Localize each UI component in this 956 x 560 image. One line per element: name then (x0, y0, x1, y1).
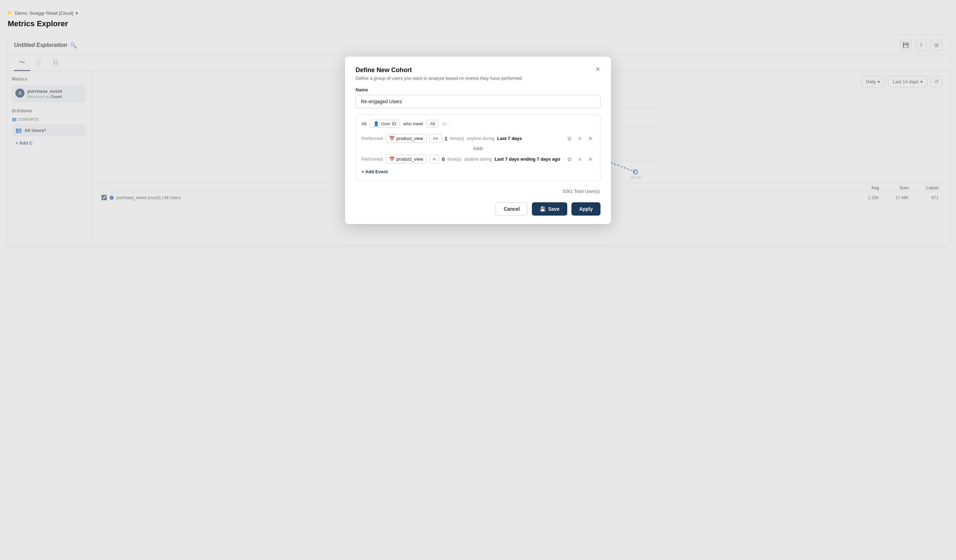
modal-subtitle: Define a group of users you want to anal… (355, 76, 601, 81)
and-divider: AND (362, 145, 594, 153)
who-meet-text: who meet (404, 121, 423, 126)
count-val-1: 1 (445, 136, 448, 142)
modal-footer: Cancel 💾 Save Apply (355, 202, 601, 216)
total-users-row: 5261 Total User(s) (355, 186, 601, 195)
remove-event-2-button[interactable]: ✕ (586, 155, 594, 164)
copy-event-2-button[interactable]: ⧉ (565, 155, 574, 164)
all-of-pill[interactable]: All (426, 120, 439, 128)
name-field-label: Name (355, 87, 601, 93)
condition-box: All 👤 User ID who meet All of... Perform… (355, 115, 601, 181)
save-icon: 💾 (539, 206, 546, 212)
performed-label-2: Performed (362, 156, 383, 162)
count-val-2: 0 (442, 156, 445, 162)
cohort-name-input[interactable] (355, 95, 601, 108)
modal-close-button[interactable]: ✕ (593, 64, 602, 74)
breadcrumb-text: Demo: Swaggr Retail [Cloud] (15, 11, 74, 16)
total-users-text: 5261 Total User(s) (563, 189, 600, 194)
operator-pill-1[interactable]: >= (429, 134, 442, 143)
anytime-text-2: anytime during (464, 157, 492, 162)
remove-event-1-button[interactable]: ✕ (586, 134, 594, 143)
calendar-icon-1: 📅 (389, 136, 395, 141)
add-event-button[interactable]: + Add Event (362, 168, 388, 176)
breadcrumb-dropdown-arrow[interactable]: ▾ (75, 11, 78, 16)
modal-backdrop: ✕ Define New Cohort Define a group of us… (7, 35, 949, 246)
of-text: of... (442, 121, 450, 126)
during-text-2[interactable]: Last 7 days ending 7 days ago (494, 156, 560, 162)
event-pill-1[interactable]: 📅 product_view (385, 134, 427, 143)
filter-event-2-button[interactable]: ≡ (575, 155, 584, 164)
user-id-pill[interactable]: 👤 User ID (370, 120, 399, 128)
page-title: Metrics Explorer (7, 19, 949, 28)
main-card: Untitled Exploration 🔍 💾 ⇧ ⊞ 〜 ▽ ⛓ Metri… (7, 35, 949, 246)
event-row-1: Performed 📅 product_view >= 1 time(s) an… (362, 132, 594, 145)
filter-event-1-button[interactable]: ≡ (575, 134, 584, 143)
event-pill-2[interactable]: 📅 product_view (385, 155, 427, 164)
breadcrumb: 📁 Demo: Swaggr Retail [Cloud] ▾ (7, 7, 949, 18)
cohort-modal: ✕ Define New Cohort Define a group of us… (345, 57, 611, 224)
condition-header: All 👤 User ID who meet All of... (362, 120, 594, 128)
anytime-text-1: anytime during (467, 136, 494, 141)
all-label: All (362, 121, 366, 126)
event-row-2-actions: ⧉ ≡ ✕ (565, 155, 594, 164)
copy-event-1-button[interactable]: ⧉ (565, 134, 574, 143)
folder-icon: 📁 (7, 11, 13, 16)
modal-title: Define New Cohort (355, 66, 601, 74)
calendar-icon-2: 📅 (389, 156, 395, 162)
times-text-2: time(s) (448, 156, 462, 162)
performed-label-1: Performed (362, 136, 383, 141)
save-button-modal[interactable]: 💾 Save (532, 202, 567, 216)
event-row-2: Performed 📅 product_view = 0 time(s) any… (362, 153, 594, 165)
user-icon: 👤 (373, 121, 379, 126)
times-text-1: time(s) (450, 136, 464, 141)
during-text-1[interactable]: Last 7 days (497, 136, 522, 141)
event-row-1-actions: ⧉ ≡ ✕ (565, 134, 594, 143)
modal-header: Define New Cohort Define a group of user… (355, 66, 601, 81)
apply-button[interactable]: Apply (571, 202, 601, 216)
operator-pill-2[interactable]: = (429, 155, 439, 164)
cancel-button[interactable]: Cancel (495, 202, 528, 216)
